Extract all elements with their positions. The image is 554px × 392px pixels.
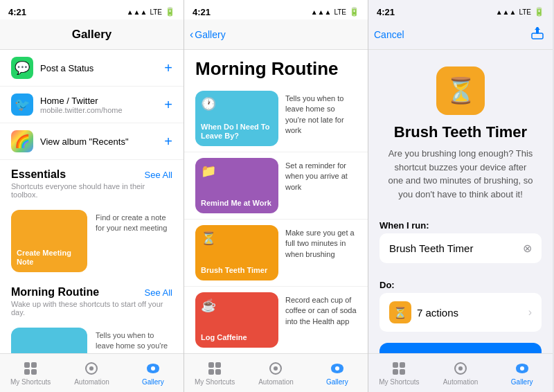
tab-gallery-1[interactable]: Gallery (123, 360, 184, 386)
back-label-2: Gallery (195, 29, 225, 40)
action-icon-status: 💬 (11, 57, 33, 79)
svg-point-6 (151, 366, 155, 371)
svg-rect-3 (31, 369, 37, 375)
gallery-icon-1 (145, 360, 161, 377)
detail-icon-block-3: ⏳ Brush Teeth Timer Are you brushing lon… (368, 50, 553, 212)
action-text-photos: View album "Recents" (40, 136, 164, 147)
morning-see-all[interactable]: See All (145, 287, 172, 298)
app-icon-3: ⏳ (436, 66, 485, 115)
app-desc-3: Are you brushing long enough? This short… (382, 147, 539, 201)
svg-rect-10 (215, 369, 221, 375)
hourglass-small-icon-3: ⏳ (393, 306, 407, 319)
essentials-card[interactable]: Create Meeting Note (11, 210, 87, 272)
action-title-twitter: Home / Twitter (40, 96, 164, 106)
svg-rect-18 (400, 362, 405, 368)
my-shortcuts-icon-1 (22, 360, 39, 377)
routine-item-desc-0: Tells you when to leave home so you're n… (285, 91, 357, 136)
phone2: 4:21 ▲▲▲ LTE 🔋 ‹ Gallery Morning Routine… (184, 0, 368, 392)
action-title-status: Post a Status (40, 63, 164, 73)
routine-card-icon-2: ⏳ (201, 231, 216, 246)
my-shortcuts-icon-2 (206, 360, 223, 377)
tab-my-shortcuts-3[interactable]: My Shortcuts (368, 360, 430, 386)
morning-card-desc: Tells you when to leave home so you're n… (96, 328, 172, 353)
action-row-photos[interactable]: 🌈 View album "Recents" + (0, 123, 184, 160)
add-icon-photos[interactable]: + (164, 134, 172, 150)
action-icon-photos: 🌈 (11, 130, 33, 152)
tab-label-gallery-2: Gallery (326, 378, 348, 386)
back-button-2[interactable]: ‹ Gallery (190, 28, 226, 41)
tab-label-automation-3: Automation (443, 378, 479, 386)
routine-item-0[interactable]: 🕐 When Do I Need To Leave By? Tells you … (184, 85, 368, 152)
twitter-icon: 🐦 (15, 97, 30, 112)
morning-card-container: When Do I Need To Leave By? Tells you wh… (0, 322, 184, 353)
tab-my-shortcuts-2[interactable]: My Shortcuts (184, 360, 245, 386)
action-title-photos: View album "Recents" (40, 136, 164, 147)
nav-bar-3: Cancel (368, 19, 553, 50)
tab-label-my-shortcuts-1: My Shortcuts (10, 378, 51, 386)
svg-rect-9 (208, 369, 214, 375)
svg-point-22 (458, 366, 463, 371)
cancel-button-3[interactable]: Cancel (374, 29, 404, 40)
tab-bar-2: My Shortcuts Automation Gallery (184, 353, 368, 392)
action-icon-twitter: 🐦 (11, 93, 33, 116)
routine-card-2: ⏳ Brush Teeth Timer (195, 225, 278, 280)
field-value-3: Brush Teeth Timer (389, 242, 473, 254)
share-button-3[interactable] (530, 26, 544, 42)
tab-gallery-2[interactable]: Gallery (307, 360, 368, 386)
essentials-see-all[interactable]: See All (145, 170, 172, 180)
clear-icon-3[interactable]: ⊗ (523, 242, 532, 255)
routine-item-desc-1: Set a reminder for when you arrive at wo… (285, 158, 357, 193)
actions-row-3[interactable]: ⏳ 7 actions › (379, 293, 542, 332)
network-label-3: LTE (519, 8, 531, 16)
tab-automation-3[interactable]: Automation (430, 360, 492, 386)
routine-item-2[interactable]: ⏳ Brush Teeth Timer Make sure you get a … (184, 220, 368, 287)
nav-title-1: Gallery (72, 28, 112, 42)
signal-icon-1: ▲▲▲ (127, 8, 148, 16)
add-shortcut-button-3[interactable]: Add Shortcut (379, 343, 542, 353)
tab-label-my-shortcuts-3: My Shortcuts (379, 378, 419, 386)
tab-automation-2[interactable]: Automation (245, 360, 306, 386)
my-shortcuts-icon-3 (391, 360, 407, 377)
svg-marker-15 (535, 27, 540, 30)
routine-item-3[interactable]: ☕ Log Caffeine Record each cup of coffee… (184, 287, 368, 353)
content-2: Morning Routine 🕐 When Do I Need To Leav… (184, 50, 368, 353)
routine-card-icon-0: 🕐 (201, 96, 216, 112)
actions-count-label-3: 7 actions (417, 307, 458, 319)
status-time-1: 4:21 (8, 7, 26, 17)
tab-automation-1[interactable]: Automation (61, 360, 122, 386)
routine-list: 🕐 When Do I Need To Leave By? Tells you … (184, 85, 368, 353)
morning-title: Morning Routine (11, 286, 99, 299)
tab-my-shortcuts-1[interactable]: My Shortcuts (0, 360, 61, 386)
status-icons-1: ▲▲▲ LTE 🔋 (127, 7, 175, 17)
battery-icon-1: 🔋 (165, 7, 175, 17)
tab-label-my-shortcuts-2: My Shortcuts (195, 378, 235, 386)
network-icon-1: LTE (150, 8, 162, 16)
signal-icon-3: ▲▲▲ (496, 8, 517, 16)
routine-card-label-3: Log Caffeine (201, 333, 247, 342)
routine-card-label-0: When Do I Need To Leave By? (201, 123, 273, 141)
essentials-card-container: Create Meeting Note Find or create a not… (0, 204, 184, 278)
routine-item-1[interactable]: 📁 Remind Me at Work Set a reminder for w… (184, 152, 368, 220)
network-label-2: LTE (334, 8, 346, 16)
action-row-status[interactable]: 💬 Post a Status + (0, 50, 184, 87)
tab-label-automation-2: Automation (258, 378, 294, 386)
action-text-twitter: Home / Twitter mobile.twitter.com/home (40, 96, 164, 114)
when-i-run-field-3[interactable]: Brush Teeth Timer ⊗ (379, 233, 542, 263)
tab-gallery-3[interactable]: Gallery (491, 360, 553, 386)
action-row-twitter[interactable]: 🐦 Home / Twitter mobile.twitter.com/home… (0, 87, 184, 123)
morning-card[interactable]: When Do I Need To Leave By? (11, 328, 87, 353)
svg-rect-0 (24, 362, 30, 368)
content-1: 💬 Post a Status + 🐦 Home / Twitter mobil… (0, 50, 184, 353)
add-icon-status[interactable]: + (164, 60, 172, 76)
svg-rect-19 (393, 369, 398, 375)
routine-card-1: 📁 Remind Me at Work (195, 158, 278, 213)
tab-bar-3: My Shortcuts Automation Gallery (368, 353, 553, 392)
action-text-status: Post a Status (40, 63, 164, 73)
automation-icon-3 (452, 360, 469, 377)
routine-card-3: ☕ Log Caffeine (195, 292, 278, 348)
when-i-run-label-3: When I run: (368, 212, 553, 233)
svg-rect-16 (532, 33, 543, 39)
add-icon-twitter[interactable]: + (164, 97, 172, 113)
whatsapp-icon: 💬 (15, 60, 30, 75)
tab-label-gallery-1: Gallery (142, 378, 164, 386)
